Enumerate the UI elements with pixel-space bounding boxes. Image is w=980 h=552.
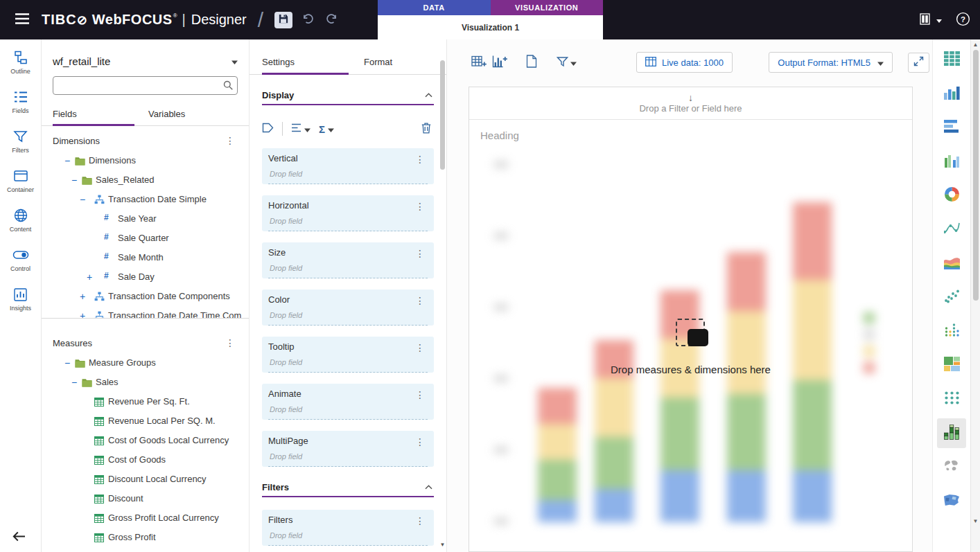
bucket-tooltip[interactable]: Tooltip⋮Drop field [262, 337, 434, 373]
scrollbar-down-arrow[interactable]: ▼ [439, 542, 446, 548]
bucket-dropzone[interactable]: Drop field [268, 262, 428, 278]
bucket-dropzone[interactable]: Drop field [268, 530, 428, 546]
chart-type-pie[interactable] [937, 181, 966, 211]
chevron-up-icon[interactable] [423, 483, 434, 491]
collapse-toggle[interactable]: − [78, 193, 87, 206]
field-tree-item[interactable]: Revenue Local Per SQ. M. [42, 411, 249, 431]
bucket-dropzone[interactable]: Drop field [268, 451, 428, 467]
collapse-toggle[interactable]: − [62, 154, 72, 167]
aggregation-dropdown-button[interactable]: Σ [319, 123, 334, 135]
expand-toggle[interactable]: + [78, 310, 87, 319]
help-button[interactable]: ? [956, 12, 970, 28]
tool-rail-item-insights[interactable]: Insights [0, 286, 41, 326]
new-page-button[interactable] [521, 52, 542, 73]
chart-type-grouped-bar[interactable] [937, 147, 966, 177]
field-tree-item[interactable]: −Transaction Date Simple [42, 190, 249, 209]
filter-dropdown-button[interactable] [552, 52, 581, 73]
undo-button[interactable] [299, 12, 316, 28]
chart-type-matrix[interactable] [937, 384, 966, 414]
bucket-animate[interactable]: Animate⋮Drop field [262, 384, 434, 420]
bucket-menu-icon[interactable]: ⋮ [412, 515, 428, 527]
field-tree-item[interactable]: −Measure Groups [42, 353, 249, 373]
bucket-menu-icon[interactable]: ⋮ [412, 294, 428, 307]
delete-button[interactable] [421, 123, 431, 136]
tab-format[interactable]: Format [349, 53, 435, 74]
bucket-vertical[interactable]: Vertical⋮Drop field [262, 148, 434, 184]
display-section-header[interactable]: Display [262, 86, 434, 105]
bucket-dropzone[interactable]: Drop field [268, 357, 428, 373]
data-labels-button[interactable] [262, 123, 274, 135]
field-tree-item[interactable]: +Transaction Date Components [42, 287, 249, 306]
add-data-button[interactable] [469, 52, 489, 73]
bucket-multipage[interactable]: MultiPage⋮Drop field [262, 431, 434, 467]
field-tree-item[interactable]: #Sale Month [42, 248, 249, 267]
field-tree-item[interactable]: −Sales_Related [42, 170, 249, 190]
dimensions-section-header[interactable]: Dimensions ⋮ [42, 130, 249, 151]
bucket-menu-icon[interactable]: ⋮ [412, 247, 428, 260]
kebab-menu-icon[interactable]: ⋮ [222, 337, 238, 349]
chart-drop-zone[interactable]: Heading Drop measures & dimensions here [469, 120, 912, 551]
chart-type-stacked-bar[interactable] [937, 418, 966, 448]
field-tree-item[interactable]: Gross Profit [42, 528, 249, 547]
field-tree-item[interactable]: Discount [42, 489, 249, 508]
chart-type-treemap[interactable] [937, 350, 966, 380]
filter-drop-zone[interactable]: ↓ Drop a Filter or Field here [469, 87, 912, 120]
field-tree-item[interactable]: Cost of Goods Local Currency [42, 431, 249, 450]
redo-button[interactable] [323, 12, 340, 28]
chart-type-horizontal-bar[interactable] [937, 113, 966, 143]
tool-rail-item-fields[interactable]: Fields [0, 89, 41, 128]
collapse-toggle[interactable]: − [69, 376, 79, 389]
bucket-dropzone[interactable]: Drop field [268, 168, 428, 184]
tab-visualization[interactable]: VISUALIZATION [491, 0, 604, 15]
collapse-toggle[interactable]: − [69, 174, 79, 186]
tool-rail-item-container[interactable]: Container [0, 168, 41, 207]
chart-type-area[interactable] [937, 249, 966, 278]
tab-data[interactable]: DATA [378, 0, 491, 15]
field-tree-item[interactable]: Discount Local Currency [42, 470, 249, 489]
scrollbar-down-arrow[interactable]: ▼ [971, 518, 980, 524]
bucket-menu-icon[interactable]: ⋮ [412, 153, 428, 166]
bucket-menu-icon[interactable]: ⋮ [412, 389, 428, 401]
bucket-filters[interactable]: Filters⋮Drop field [262, 510, 434, 546]
scrollbar-thumb[interactable] [973, 50, 979, 301]
bucket-dropzone[interactable]: Drop field [268, 404, 428, 420]
field-tree-item[interactable]: +#Sale Day [42, 267, 249, 287]
field-tree-item[interactable]: −Dimensions [42, 151, 249, 170]
chart-type-world-map[interactable] [937, 452, 966, 482]
chart-type-scatter[interactable] [937, 283, 966, 312]
bucket-size[interactable]: Size⋮Drop field [262, 242, 434, 278]
chart-type-line[interactable] [937, 215, 966, 244]
chart-type-symbol[interactable] [937, 317, 966, 346]
settings-scrollbar[interactable]: ▼ [439, 57, 446, 552]
bucket-horizontal[interactable]: Horizontal⋮Drop field [262, 195, 434, 231]
tool-rail-item-filters[interactable]: Filters [0, 128, 41, 168]
layout-columns-button[interactable] [920, 13, 942, 27]
field-tree-item[interactable]: Gross Profit Local Currency [42, 508, 249, 528]
chart-type-bar[interactable] [937, 79, 966, 109]
field-tree-item[interactable]: #Sale Year [42, 209, 249, 229]
output-format-dropdown[interactable]: Output Format: HTML5 [769, 52, 893, 73]
field-tree-item[interactable]: #Sale Quarter [42, 229, 249, 248]
expand-toggle[interactable]: + [85, 271, 94, 283]
collapse-rail-button[interactable] [0, 523, 38, 552]
live-data-button[interactable]: Live data: 1000 [636, 52, 733, 73]
bucket-color[interactable]: Color⋮Drop field [262, 290, 434, 326]
chart-type-choropleth-map[interactable] [937, 486, 966, 516]
field-tree-item[interactable]: +Transaction Date Date Time Com [42, 306, 249, 319]
field-tree-item[interactable]: −Sales [42, 373, 249, 392]
bucket-menu-icon[interactable]: ⋮ [412, 341, 428, 354]
collapse-toggle[interactable]: − [62, 357, 72, 369]
bucket-menu-icon[interactable]: ⋮ [412, 200, 428, 213]
filters-section-header[interactable]: Filters [262, 478, 434, 497]
scrollbar-thumb[interactable] [440, 60, 445, 170]
chevron-up-icon[interactable] [423, 91, 434, 99]
measures-section-header[interactable]: Measures ⋮ [42, 332, 249, 353]
tab-variables[interactable]: Variables [134, 105, 216, 125]
datasource-selector[interactable]: wf_retail_lite [42, 39, 249, 67]
alignment-dropdown-button[interactable] [291, 123, 310, 134]
search-input[interactable] [53, 76, 238, 95]
expand-toggle[interactable]: + [78, 290, 87, 303]
kebab-menu-icon[interactable]: ⋮ [222, 134, 238, 147]
tool-rail-item-content[interactable]: Content [0, 207, 41, 247]
expand-button[interactable] [908, 53, 929, 73]
